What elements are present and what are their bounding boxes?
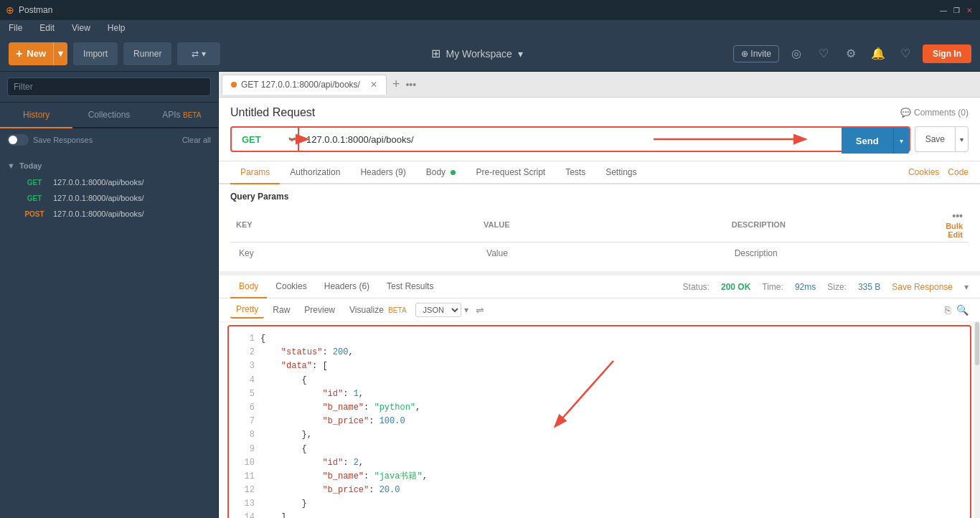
proxy-button[interactable]: ⇄▾ <box>177 42 220 65</box>
code-line: 10 "id": 2, <box>240 456 958 470</box>
time-label: Time: <box>762 282 783 292</box>
format-type-select[interactable]: JSON XML HTML Text <box>415 303 461 317</box>
code-line: 13 } <box>240 497 958 511</box>
satellite-icon-button[interactable]: ◎ <box>786 44 806 64</box>
format-tab-pretty[interactable]: Pretty <box>230 301 264 319</box>
time-value: 92ms <box>795 282 816 292</box>
close-button[interactable]: ✕ <box>964 5 974 15</box>
list-item[interactable]: GET 127.0.0.1:8000/api/books/ <box>7 190 211 206</box>
more-tabs-button[interactable]: ••• <box>405 79 416 90</box>
list-item[interactable]: GET 127.0.0.1:8000/api/books/ <box>7 174 211 190</box>
response-format-tabs: Pretty Raw Preview Visualize BETA JSON X… <box>219 298 980 322</box>
content-area: GET 127.0.0.1:8000/api/books/ ✕ + ••• Un… <box>219 72 980 518</box>
req-tab-body[interactable]: Body <box>416 161 466 184</box>
tab-dot <box>231 82 237 88</box>
format-tab-raw[interactable]: Raw <box>267 302 296 318</box>
sidebar-search-container <box>0 72 218 103</box>
list-item[interactable]: POST 127.0.0.1:8000/api/books/ <box>7 206 211 222</box>
url-input[interactable] <box>299 126 842 152</box>
save-response-dropdown[interactable]: ▾ <box>964 282 969 292</box>
response-json-body: 1 { 2 "status": 200, 3 "data": [ <box>227 325 971 518</box>
req-options-right: Cookies Code <box>908 167 969 177</box>
runner-button[interactable]: Runner <box>123 42 171 65</box>
workspace-name: My Workspace <box>446 48 512 60</box>
wrench-icon-button[interactable]: ⚙ <box>841 44 861 64</box>
title-bar-controls: — ❐ ✕ <box>938 5 974 15</box>
workspace-button[interactable]: ⊞ My Workspace ▾ <box>431 47 523 60</box>
search-input[interactable] <box>7 77 211 96</box>
size-label: Size: <box>827 282 847 292</box>
code-line: 3 "data": [ <box>240 359 958 373</box>
main-layout: History Collections APIs BETA Save Respo… <box>0 72 980 518</box>
history-url: 127.0.0.1:8000/api/books/ <box>53 178 144 187</box>
code-line: 7 "b_price": 100.0 <box>240 415 958 428</box>
new-button[interactable]: + New ▾ <box>9 42 67 65</box>
request-tab-active[interactable]: GET 127.0.0.1:8000/api/books/ ✕ <box>222 75 387 95</box>
code-line: 4 { <box>240 374 958 387</box>
request-title-row: Untitled Request 💬 Comments (0) <box>230 106 969 119</box>
save-button[interactable]: Save <box>915 126 955 152</box>
wrap-icon: ⇌ <box>476 304 484 316</box>
sidebar-tabs: History Collections APIs BETA <box>0 103 218 128</box>
req-tab-authorization[interactable]: Authorization <box>280 161 350 184</box>
code-line: 11 "b_name": "java书籍", <box>240 470 958 484</box>
search-response-button[interactable]: 🔍 <box>956 304 969 316</box>
tab-history[interactable]: History <box>0 103 72 128</box>
add-tab-button[interactable]: + <box>388 77 405 92</box>
bulk-edit-button[interactable]: Bulk Edit <box>946 222 963 239</box>
code-line: 8 }, <box>240 428 958 442</box>
req-tab-tests[interactable]: Tests <box>555 161 595 184</box>
code-link[interactable]: Code <box>948 167 969 177</box>
req-tab-headers[interactable]: Headers (9) <box>350 161 415 184</box>
send-dropdown-button[interactable]: ▾ <box>893 128 909 154</box>
menu-edit[interactable]: Edit <box>37 22 57 34</box>
response-area: Body Cookies Headers (6) Test Results St… <box>219 271 980 518</box>
comments-link[interactable]: 💬 Comments (0) <box>900 108 969 118</box>
menu-file[interactable]: File <box>6 22 25 34</box>
menu-help[interactable]: Help <box>105 22 128 34</box>
invite-button[interactable]: ⊕ Invite <box>733 45 779 62</box>
response-tab-body[interactable]: Body <box>230 276 267 298</box>
send-button[interactable]: Send <box>842 128 893 154</box>
req-tab-settings[interactable]: Settings <box>595 161 646 184</box>
menu-view[interactable]: View <box>69 22 93 34</box>
today-header[interactable]: ▼ Today <box>7 157 211 174</box>
pulse-icon-button[interactable]: ♡ <box>814 44 834 64</box>
tab-collections[interactable]: Collections <box>72 103 145 128</box>
cookies-link[interactable]: Cookies <box>908 167 939 177</box>
request-tab-label: GET 127.0.0.1:8000/api/books/ <box>241 80 360 90</box>
format-tab-visualize[interactable]: Visualize BETA <box>344 302 413 318</box>
format-tab-preview[interactable]: Preview <box>298 302 341 318</box>
vertical-scrollbar[interactable] <box>974 322 980 518</box>
heart-icon-button[interactable]: ♡ <box>895 44 915 64</box>
save-responses-switch[interactable] <box>7 134 29 146</box>
value-input[interactable] <box>484 245 720 261</box>
today-section: ▼ Today GET 127.0.0.1:8000/api/books/ GE… <box>0 154 218 225</box>
app-title: Postman <box>19 5 52 15</box>
response-tab-headers[interactable]: Headers (6) <box>316 276 378 298</box>
description-input[interactable] <box>732 245 934 261</box>
more-dots-button[interactable]: ••• <box>952 210 963 222</box>
bell-icon-button[interactable]: 🔔 <box>868 44 888 64</box>
menu-bar: File Edit View Help <box>0 20 980 36</box>
response-tab-test-results[interactable]: Test Results <box>378 276 442 298</box>
import-button[interactable]: Import <box>73 42 118 65</box>
clear-all-button[interactable]: Clear all <box>182 136 211 144</box>
save-response-button[interactable]: Save Response <box>892 282 953 292</box>
response-tab-cookies[interactable]: Cookies <box>267 276 315 298</box>
req-tab-pre-request[interactable]: Pre-request Script <box>466 161 555 184</box>
method-select[interactable]: GET POST PUT DELETE <box>230 126 299 152</box>
minimize-button[interactable]: — <box>938 5 948 15</box>
request-option-tabs: Params Authorization Headers (9) Body Pr… <box>219 161 980 184</box>
request-builder: Untitled Request 💬 Comments (0) GET POST… <box>219 98 980 161</box>
scrollbar-thumb[interactable] <box>975 322 979 365</box>
copy-response-button[interactable]: ⎘ <box>945 304 951 316</box>
req-tab-params[interactable]: Params <box>230 161 280 184</box>
code-line: 2 "status": 200, <box>240 346 958 359</box>
sign-in-button[interactable]: Sign In <box>923 44 971 63</box>
maximize-button[interactable]: ❐ <box>951 5 961 15</box>
desc-header: DESCRIPTION <box>726 207 940 242</box>
save-dropdown-button[interactable]: ▾ <box>955 126 969 152</box>
tab-apis[interactable]: APIs BETA <box>146 103 218 128</box>
key-input[interactable] <box>236 245 472 261</box>
